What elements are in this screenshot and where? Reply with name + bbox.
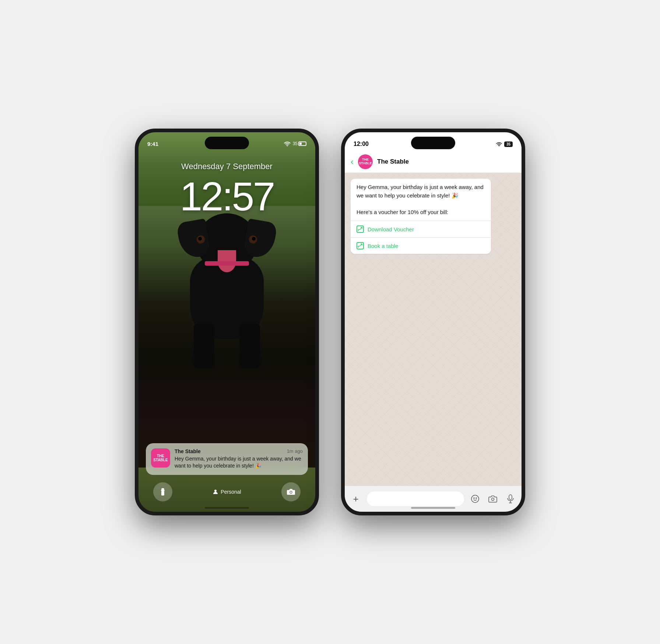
right-power-button[interactable] xyxy=(524,199,525,228)
link-arrow-icon-1 xyxy=(358,227,362,231)
svg-point-6 xyxy=(471,495,479,503)
download-voucher-label: Download Voucher xyxy=(368,226,414,232)
silent-switch[interactable] xyxy=(135,235,136,259)
svg-rect-10 xyxy=(509,495,512,500)
wa-status-icons: 35 xyxy=(496,141,513,147)
sticker-button[interactable] xyxy=(468,492,482,505)
flashlight-icon xyxy=(159,488,167,496)
svg-point-4 xyxy=(290,491,292,493)
contact-avatar: THE STABLE xyxy=(358,154,373,169)
wifi-icon xyxy=(284,141,291,146)
plus-icon: + xyxy=(353,493,358,505)
battery-fill xyxy=(299,143,302,145)
notification-content: The Stable 1m ago Hey Gemma, your birthd… xyxy=(175,448,303,470)
wa-home-indicator xyxy=(411,507,455,509)
notification-card[interactable]: THE STABLE The Stable 1m ago Hey Gemma, … xyxy=(146,443,308,475)
svg-point-2 xyxy=(214,490,217,492)
notification-app-logo: THE STABLE xyxy=(151,448,170,468)
battery-icon xyxy=(298,141,306,146)
camera-attach-button[interactable] xyxy=(486,492,499,505)
dynamic-island-right xyxy=(411,137,455,149)
svg-point-7 xyxy=(474,498,474,498)
person-icon xyxy=(213,489,218,495)
message-input[interactable] xyxy=(367,491,464,506)
wa-wifi-icon xyxy=(496,142,502,146)
message-bubble: Hey Gemma, your birthday is just a week … xyxy=(351,179,491,254)
wa-status-time: 12:00 xyxy=(354,141,369,147)
message-text: Hey Gemma, your birthday is just a week … xyxy=(357,183,485,216)
lock-bottom-bar: Personal xyxy=(138,482,315,501)
left-phone: 9:41 35 Wednesday 7 September 12:57 xyxy=(135,129,319,515)
camera-button[interactable] xyxy=(281,482,301,501)
right-phone: 12:00 35 ‹ THE STABLE xyxy=(341,129,525,515)
back-button[interactable]: ‹ xyxy=(351,157,354,167)
personal-text: Personal xyxy=(221,489,241,495)
wa-header: ‹ THE STABLE The Stable xyxy=(345,151,522,173)
external-link-icon-2 xyxy=(357,242,364,249)
download-voucher-link[interactable]: Download Voucher xyxy=(357,221,485,233)
battery-container: 35 xyxy=(293,141,306,146)
mic-button[interactable] xyxy=(504,492,517,505)
svg-rect-1 xyxy=(161,491,164,496)
camera-icon xyxy=(287,489,295,495)
svg-point-9 xyxy=(492,498,494,501)
personal-label: Personal xyxy=(213,489,241,495)
notification-app-name: The Stable xyxy=(175,448,201,454)
dog-silhouette xyxy=(183,213,271,390)
contact-name: The Stable xyxy=(377,158,409,165)
camera-attach-icon xyxy=(488,495,497,503)
attach-button[interactable]: + xyxy=(349,492,362,505)
flashlight-button[interactable] xyxy=(153,482,172,501)
notification-body: Hey Gemma, your birthday is just a week … xyxy=(175,455,303,470)
notification-logo-text: THE STABLE xyxy=(153,454,168,462)
mic-icon xyxy=(507,494,514,503)
right-phone-screen: 12:00 35 ‹ THE STABLE xyxy=(345,132,522,512)
power-button[interactable] xyxy=(318,199,319,228)
svg-point-5 xyxy=(499,146,499,146)
wa-messages-area: Hey Gemma, your birthday is just a week … xyxy=(345,173,522,486)
svg-point-8 xyxy=(476,498,477,498)
notification-header: The Stable 1m ago xyxy=(175,448,303,454)
lock-big-time: 12:57 xyxy=(138,173,315,220)
volume-down-button[interactable] xyxy=(135,204,136,228)
book-table-link[interactable]: Book a table xyxy=(357,238,485,249)
dynamic-island xyxy=(205,137,249,149)
volume-up-button[interactable] xyxy=(135,180,136,195)
wa-battery-level: 35 xyxy=(506,142,510,146)
avatar-text: THE STABLE xyxy=(359,158,372,165)
link-arrow-icon-2 xyxy=(358,244,362,248)
external-link-icon-1 xyxy=(357,225,364,233)
sticker-icon xyxy=(471,494,480,503)
notification-time-ago: 1m ago xyxy=(287,448,303,454)
lock-status-time: 9:41 xyxy=(147,141,158,147)
svg-point-0 xyxy=(287,146,288,146)
lock-status-icons: 35 xyxy=(284,141,306,146)
home-indicator xyxy=(205,507,249,509)
battery-level: 35 xyxy=(293,141,298,146)
lock-date: Wednesday 7 September xyxy=(138,162,315,171)
wa-battery-badge: 35 xyxy=(504,141,513,147)
left-phone-screen: 9:41 35 Wednesday 7 September 12:57 xyxy=(138,132,315,512)
book-table-label: Book a table xyxy=(368,243,398,249)
